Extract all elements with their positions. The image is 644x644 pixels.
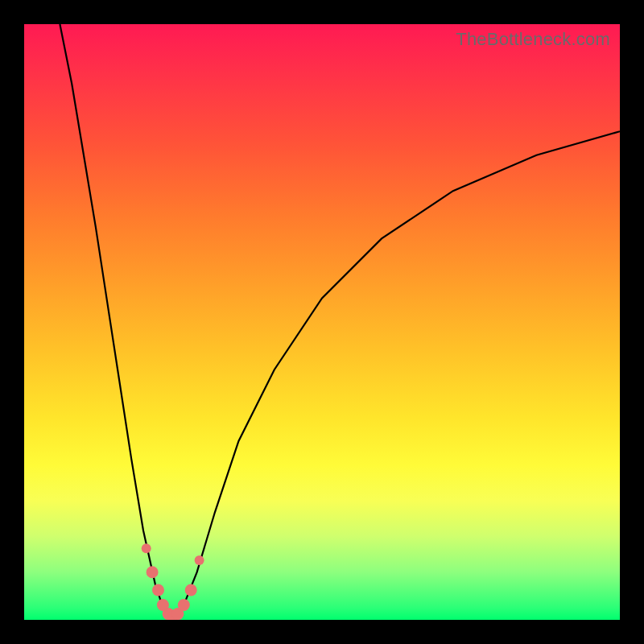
sample-dots (24, 24, 620, 620)
sample-point (147, 566, 159, 578)
sample-point (152, 584, 164, 597)
sample-point (178, 599, 190, 611)
watermark-text: TheBottleneck.com (456, 29, 610, 50)
sample-point (195, 555, 204, 565)
chart-plot-area: TheBottleneck.com (24, 24, 620, 620)
sample-point (142, 543, 151, 553)
sample-point (185, 584, 197, 597)
